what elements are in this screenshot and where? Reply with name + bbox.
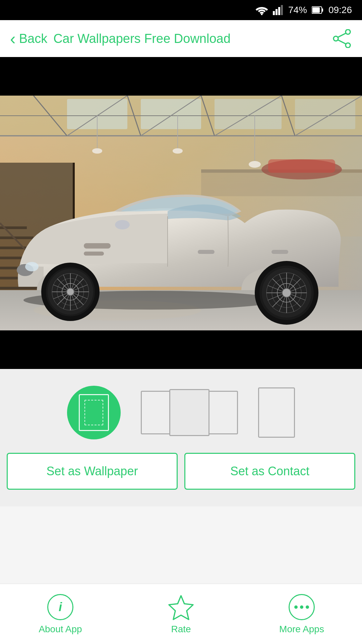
status-icons: 74% 09:26 — [255, 5, 352, 15]
crop-options — [0, 379, 362, 449]
svg-rect-57 — [198, 250, 215, 254]
nav-item-about[interactable]: i About App — [27, 594, 94, 635]
svg-point-10 — [346, 43, 350, 48]
svg-rect-48 — [0, 236, 34, 239]
dots-circle-icon — [289, 594, 315, 620]
svg-rect-1 — [273, 11, 275, 15]
star-icon — [168, 594, 194, 620]
set-wallpaper-button[interactable]: Set as Wallpaper — [7, 453, 178, 490]
status-bar: 74% 09:26 — [0, 0, 362, 20]
action-buttons: Set as Wallpaper Set as Contact — [0, 449, 362, 500]
nav-item-more[interactable]: More Apps — [268, 594, 335, 635]
bottom-nav: i About App Rate More Apps — [0, 584, 362, 644]
controls-section: Set as Wallpaper Set as Contact — [0, 369, 362, 506]
dot-1 — [294, 605, 298, 609]
crop-single-option[interactable] — [258, 387, 295, 438]
battery-text: 74% — [288, 5, 307, 15]
crop-active-circle — [67, 386, 121, 439]
signal-icon — [273, 5, 284, 15]
header-left: ‹ Back Car Wallpapers Free Download — [10, 30, 231, 47]
svg-rect-18 — [215, 99, 282, 129]
car-image — [0, 96, 362, 330]
nav-item-rate[interactable]: Rate — [147, 594, 215, 635]
time-text: 09:26 — [328, 5, 352, 15]
svg-rect-58 — [272, 250, 288, 254]
dot-2 — [300, 605, 303, 609]
svg-rect-6 — [322, 8, 323, 12]
svg-point-9 — [334, 36, 338, 41]
nav-about-label: About App — [39, 624, 82, 635]
image-container — [0, 57, 362, 369]
svg-rect-3 — [278, 7, 280, 15]
wifi-icon — [255, 5, 268, 15]
svg-point-108 — [283, 289, 291, 297]
svg-point-8 — [346, 30, 350, 34]
info-circle-icon: i — [47, 594, 73, 620]
svg-point-60 — [25, 262, 39, 271]
share-icon[interactable] — [332, 29, 352, 48]
svg-rect-17 — [141, 99, 201, 129]
header: ‹ Back Car Wallpapers Free Download — [0, 20, 362, 57]
svg-rect-56 — [84, 252, 104, 256]
crop-portrait-icon — [79, 394, 109, 431]
svg-line-12 — [338, 40, 346, 44]
svg-marker-112 — [169, 596, 193, 620]
page-title: Car Wallpapers Free Download — [53, 32, 231, 46]
set-contact-button[interactable]: Set as Contact — [184, 453, 355, 490]
battery-icon — [312, 6, 324, 14]
single-rect-icon — [258, 387, 295, 438]
nav-more-icon — [288, 594, 315, 621]
dual-right-rect — [204, 391, 238, 434]
svg-point-84 — [67, 288, 74, 295]
svg-rect-2 — [276, 9, 278, 15]
back-button[interactable]: Back — [19, 32, 47, 46]
crop-portrait-option[interactable] — [67, 386, 121, 439]
svg-rect-55 — [84, 243, 111, 249]
crop-dual-option[interactable] — [141, 389, 238, 436]
nav-rate-label: Rate — [171, 624, 191, 635]
svg-rect-7 — [312, 7, 320, 13]
nav-rate-icon — [168, 594, 194, 621]
nav-more-label: More Apps — [279, 624, 324, 635]
dot-3 — [306, 605, 309, 609]
nav-about-icon: i — [47, 594, 74, 621]
dual-main-rect — [169, 389, 209, 436]
svg-rect-4 — [281, 5, 283, 15]
svg-point-0 — [261, 14, 262, 15]
back-arrow-icon[interactable]: ‹ — [10, 30, 16, 47]
svg-rect-19 — [295, 99, 355, 129]
svg-line-11 — [338, 33, 346, 37]
svg-point-111 — [115, 220, 130, 229]
